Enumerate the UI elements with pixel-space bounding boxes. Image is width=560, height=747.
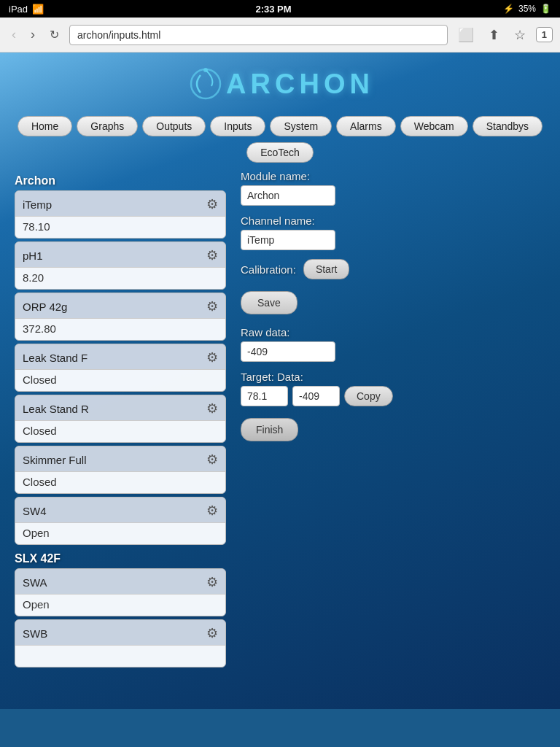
device-item-leak-r: Leak Stand R ⚙ Closed — [15, 395, 226, 443]
gear-icon-sw4[interactable]: ⚙ — [206, 503, 218, 519]
device-item-header-leak-f: Leak Stand F ⚙ — [15, 344, 225, 370]
browser-chrome: ‹ › ↻ ⬜ ⬆ ☆ 1 — [0, 18, 560, 53]
module-name-input[interactable] — [241, 185, 335, 206]
device-value-swb — [15, 646, 225, 667]
gear-icon-swa[interactable]: ⚙ — [206, 574, 218, 590]
device-item-itemp: iTemp ⚙ 78.10 — [15, 190, 226, 239]
gear-icon-skimmer[interactable]: ⚙ — [206, 452, 218, 468]
logo-icon — [186, 64, 226, 104]
raw-data-input[interactable] — [241, 341, 335, 362]
nav-alarms[interactable]: Alarms — [336, 116, 396, 136]
share-button[interactable]: ⬆ — [484, 26, 504, 44]
device-item-header-sw4: SW4 ⚙ — [15, 498, 225, 523]
channel-name-input[interactable] — [241, 230, 335, 250]
device-value-leak-r: Closed — [15, 421, 225, 442]
device-name-skimmer: Skimmer Full — [23, 454, 87, 466]
module-name-label: Module name: — [241, 170, 538, 182]
nav-inputs[interactable]: Inputs — [210, 116, 265, 136]
device-item-header-itemp: iTemp ⚙ — [15, 191, 225, 217]
gear-icon-itemp[interactable]: ⚙ — [206, 196, 218, 212]
target-data-row: Copy — [241, 386, 538, 406]
svg-point-0 — [191, 69, 220, 98]
nav-bar: Home Graphs Outputs Inputs System Alarms… — [0, 110, 560, 139]
finish-button[interactable]: Finish — [241, 418, 298, 441]
device-item-leak-f: Leak Stand F ⚙ Closed — [15, 344, 226, 392]
device-value-leak-f: Closed — [15, 370, 225, 391]
battery-icon: 🔋 — [540, 4, 551, 14]
device-item-header-skimmer: Skimmer Full ⚙ — [15, 446, 225, 472]
nav-webcam[interactable]: Webcam — [400, 116, 468, 136]
logo-area: ARCHON — [0, 53, 560, 110]
gear-icon-ph1[interactable]: ⚙ — [206, 247, 218, 263]
device-item-header-ph1: pH1 ⚙ — [15, 242, 225, 268]
target-input[interactable] — [241, 386, 288, 406]
target-data-label: Target: Data: — [241, 371, 538, 383]
gear-icon-orp[interactable]: ⚙ — [206, 298, 218, 314]
ocean-background: ARCHON Home Graphs Outputs Inputs System… — [0, 53, 560, 709]
calibration-start-button[interactable]: Start — [303, 259, 350, 279]
device-value-ph1: 8.20 — [15, 268, 225, 289]
reader-button[interactable]: ⬜ — [454, 26, 478, 44]
device-item-header-orp: ORP 42g ⚙ — [15, 293, 225, 319]
gear-icon-leak-r[interactable]: ⚙ — [206, 400, 218, 417]
status-bar: iPad 📶 2:33 PM ⚡ 35% 🔋 — [0, 0, 560, 18]
device-item-orp: ORP 42g ⚙ 372.80 — [15, 293, 226, 341]
device-item-ph1: pH1 ⚙ 8.20 — [15, 241, 226, 290]
gear-icon-swb[interactable]: ⚙ — [206, 625, 218, 641]
archon-group-label: Archon — [15, 170, 226, 190]
calibration-label: Calibration: — [241, 263, 296, 276]
device-item-header-swa: SWA ⚙ — [15, 569, 225, 595]
device-name-ph1: pH1 — [23, 249, 43, 262]
device-name-leak-f: Leak Stand F — [23, 352, 88, 364]
slx-group-label: SLX 42F — [15, 548, 226, 568]
device-value-orp: 372.80 — [15, 319, 225, 340]
save-button[interactable]: Save — [241, 291, 298, 314]
device-name-swb: SWB — [23, 627, 47, 640]
device-item-swb: SWB ⚙ — [15, 619, 226, 667]
carrier-label: iPad — [9, 4, 28, 15]
time-label: 2:33 PM — [255, 4, 291, 15]
battery-label: 35% — [518, 4, 536, 14]
device-value-skimmer: Closed — [15, 472, 225, 493]
raw-data-label: Raw data: — [241, 326, 538, 338]
device-item-header-leak-r: Leak Stand R ⚙ — [15, 395, 225, 421]
tab-count[interactable]: 1 — [536, 27, 553, 42]
device-name-sw4: SW4 — [23, 505, 47, 517]
device-value-itemp: 78.10 — [15, 217, 225, 238]
device-name-orp: ORP 42g — [23, 301, 67, 313]
bookmark-button[interactable]: ☆ — [510, 26, 530, 44]
device-item-swa: SWA ⚙ Open — [15, 568, 226, 616]
back-button[interactable]: ‹ — [7, 26, 20, 44]
logo-text: ARCHON — [226, 69, 374, 100]
forward-button[interactable]: › — [26, 26, 39, 44]
channel-name-label: Channel name: — [241, 214, 538, 227]
data-input[interactable] — [292, 386, 340, 406]
device-name-itemp: iTemp — [23, 198, 52, 211]
device-item-sw4: SW4 ⚙ Open — [15, 497, 226, 545]
address-bar[interactable] — [69, 25, 448, 45]
device-value-swa: Open — [15, 595, 225, 616]
wifi-icon: 📶 — [32, 4, 44, 15]
device-value-sw4: Open — [15, 523, 225, 544]
gear-icon-leak-f[interactable]: ⚙ — [206, 349, 218, 365]
settings-panel: Module name: Channel name: Calibration: … — [226, 170, 545, 670]
device-name-leak-r: Leak Stand R — [23, 403, 89, 415]
main-content: Archon iTemp ⚙ 78.10 pH1 ⚙ 8.20 ORP 42g … — [0, 170, 560, 670]
nav-standbys[interactable]: Standbys — [472, 116, 542, 136]
nav-ecotech[interactable]: EcoTech — [246, 142, 314, 163]
copy-button[interactable]: Copy — [344, 386, 393, 406]
device-item-skimmer: Skimmer Full ⚙ Closed — [15, 446, 226, 494]
nav-outputs[interactable]: Outputs — [142, 116, 206, 136]
device-panel: Archon iTemp ⚙ 78.10 pH1 ⚙ 8.20 ORP 42g … — [15, 170, 226, 670]
nav-home[interactable]: Home — [18, 116, 72, 136]
bluetooth-icon: ⚡ — [503, 4, 514, 14]
calibration-row: Calibration: Start — [241, 259, 538, 279]
nav-graphs[interactable]: Graphs — [77, 116, 138, 136]
nav-system[interactable]: System — [270, 116, 332, 136]
device-name-swa: SWA — [23, 576, 47, 589]
device-item-header-swb: SWB ⚙ — [15, 620, 225, 646]
refresh-button[interactable]: ↻ — [45, 26, 63, 43]
